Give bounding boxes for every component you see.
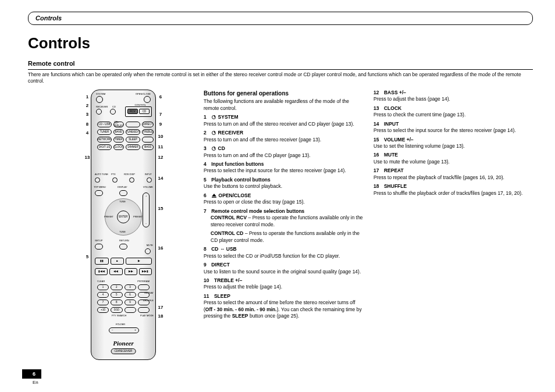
page-number: 6	[22, 369, 41, 379]
list-item: 8 CD ↔ USBPress to select the CD or iPod…	[204, 246, 363, 259]
key-pty	[124, 307, 136, 313]
item-body: Press to turn on and off the stereo rece…	[204, 121, 363, 127]
label: CONTROL	[134, 104, 146, 106]
callout-4: 4	[84, 130, 91, 137]
item-heading: 13 CLOCK	[373, 105, 533, 112]
power-icon	[212, 131, 216, 135]
label: CD	[112, 105, 116, 108]
item-heading: 7 Remote control mode selection buttons	[204, 208, 363, 215]
label: PTX	[111, 173, 116, 176]
label: REPEAT	[144, 291, 154, 294]
btn-tuner: TUNER	[97, 129, 112, 135]
key-0: 0/10	[111, 307, 122, 313]
col1-intro: The following functions are available re…	[204, 98, 363, 112]
item-body: Press to turn on and off the CD player (…	[204, 152, 363, 159]
btn-network: NETWORK	[97, 137, 112, 142]
item-body: Press to select the CD or iPod/USB funct…	[204, 253, 363, 259]
callout-7: 7	[157, 112, 164, 118]
label: SHUFFLE	[143, 299, 154, 302]
label: VOLUME	[143, 186, 153, 188]
label: PTY SEARCH	[112, 314, 127, 317]
item-heading: 5 Playback control buttons	[204, 177, 363, 183]
btn-rew: ◀◀	[109, 268, 122, 275]
item-body: Press to select the amount of time befor…	[204, 300, 363, 319]
btn-autotune	[95, 177, 100, 183]
remote-shell: SYSTEM OPEN/CLOSE RECEIVER CD RCV CD CON…	[91, 90, 156, 360]
label: RECEIVER	[96, 105, 108, 108]
item-heading: 16 MUTE	[373, 152, 533, 158]
list-item: 10 TREBLE +/−Press to adjust the treble …	[204, 277, 363, 291]
btn-return	[119, 244, 127, 250]
item-body: Use to mute the volume (page 13).	[373, 159, 533, 165]
numpad: 1 2 3 4 5 6 7 8 9 +10 0/10	[97, 284, 150, 313]
list-item: 17 REPEATPress to repeat the playback of…	[373, 168, 533, 181]
label: PROGRAM	[137, 280, 150, 283]
key-1: 1	[97, 284, 109, 290]
sub-item: CONTROL CD – Press to operate the functi…	[204, 230, 363, 244]
item-heading: 3 CD	[204, 145, 363, 152]
item-body: Use to set the listening volume (page 13…	[373, 143, 533, 149]
transport-2: ▮◀◀ ◀◀ ▶▶ ▶▶▮	[95, 268, 152, 275]
label: FOLDER	[116, 323, 125, 326]
callout-3: 3	[84, 112, 91, 118]
key-plus10: +10	[97, 307, 109, 313]
list-item: 3 CDPress to turn on and off the CD play…	[204, 145, 363, 159]
volume-rocker: + −	[143, 193, 150, 227]
key-prog	[138, 284, 150, 290]
btn-system	[96, 96, 103, 103]
item-body: Press to open or close the disc tray (pa…	[204, 199, 363, 205]
list-item: 5 Playback control buttonsUse the button…	[204, 177, 363, 190]
btn-blank2	[142, 137, 154, 142]
columns: 1 2 3 4 5 6 7 8 9 10 11 12 13 14 15 16 1…	[28, 90, 533, 363]
callout-5: 5	[84, 254, 91, 261]
item-body: Press to repeat the playback of track/fi…	[373, 174, 533, 181]
item-body: Press to adjust the treble (page 14).	[204, 284, 363, 290]
list-item: 13 CLOCKPress to check the current time …	[373, 105, 533, 119]
key-8: 8	[111, 300, 122, 305]
page-title: Controls	[28, 33, 533, 54]
item-body: Press to select the input source for the…	[204, 168, 363, 174]
btn-ptx	[112, 177, 118, 183]
page-lang: En	[33, 380, 41, 386]
label: MUTE	[147, 244, 153, 247]
key-4: 4	[97, 292, 109, 298]
row-smallbtns	[95, 177, 152, 183]
btn-pause: ▮▮	[95, 258, 109, 265]
btn-ff: ▶▶	[124, 268, 137, 275]
btn-direct: DIRECT	[142, 122, 154, 127]
item-body: Press to adjust the bass (page 14).	[373, 96, 533, 102]
key-6: 6	[124, 292, 136, 298]
intro-text: There are functions which can be operate…	[28, 72, 533, 85]
btn-enter: ENTER	[117, 211, 130, 223]
remote-figure: 1 2 3 4 5 6 7 8 9 10 11 12 13 14 15 16 1…	[28, 90, 197, 363]
brand-logo: Pioneer	[91, 339, 155, 348]
callout-10: 10	[157, 134, 164, 140]
list-item: 12 BASS +/−Press to adjust the bass (pag…	[373, 90, 533, 103]
item-heading: 2 RECEIVER	[204, 130, 363, 136]
label: PLAY MODE	[140, 314, 154, 317]
list-item: 9 DIRECTUse to listen to the sound sourc…	[204, 262, 363, 275]
btn-band: BAND	[113, 129, 124, 135]
callout-1: 1	[84, 94, 91, 101]
btn-play: ▶	[126, 258, 152, 265]
callout-16: 16	[157, 245, 164, 252]
label: OPEN/CLOSE	[136, 92, 151, 95]
list-item: 18 SHUFFLEPress to shuffle the playback …	[373, 183, 533, 197]
item-heading: 9 DIRECT	[204, 262, 363, 268]
label: RDS DISP	[124, 173, 135, 176]
control-box: RCV CD	[125, 106, 152, 117]
btn-next: ▶▶▮	[139, 268, 152, 275]
btn-blank	[126, 122, 141, 127]
list-item: 1 SYSTEMPress to turn on and off the ste…	[204, 114, 363, 127]
item-body: Press to check the current time (page 13…	[373, 112, 533, 118]
item-heading: 6 OPEN/CLOSE	[204, 193, 363, 199]
item-body: Use the buttons to control playback.	[204, 183, 363, 190]
label: SYSTEM	[96, 92, 105, 95]
item-body: Press to shuffle the playback order of t…	[373, 190, 533, 197]
text-col-1: Buttons for general operations The follo…	[204, 90, 363, 363]
item-heading: 1 SYSTEM	[204, 114, 363, 120]
btn-control-rcv: RCV	[127, 109, 138, 114]
btn-prev: ▮◀◀	[95, 268, 108, 275]
callout-18: 18	[157, 313, 164, 320]
folder-rocker: −+	[109, 327, 139, 333]
